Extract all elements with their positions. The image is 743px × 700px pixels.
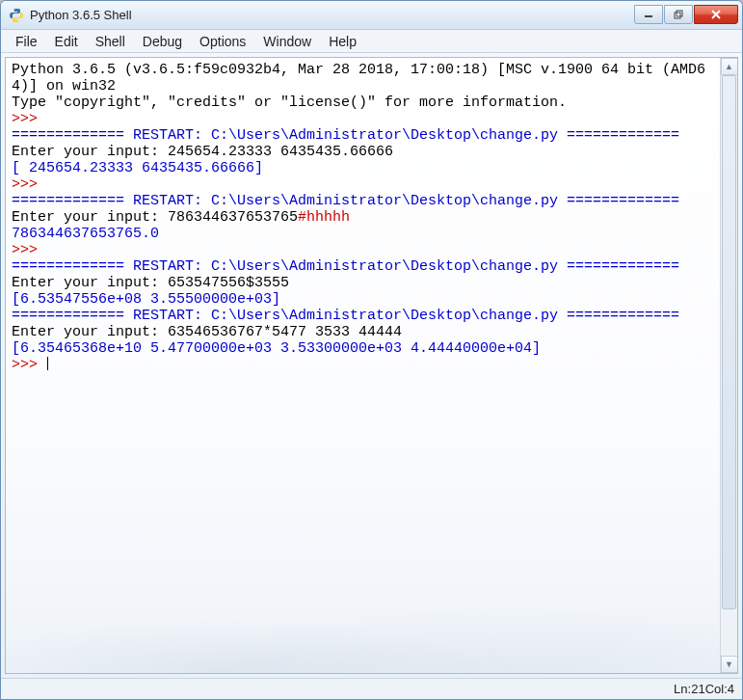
window-title: Python 3.6.5 Shell <box>30 8 132 22</box>
status-line-value: 21 <box>691 682 704 696</box>
console-line: ============= RESTART: C:\Users\Administ… <box>12 127 714 144</box>
console-line: Enter your input: 786344637653765#hhhhh <box>12 209 714 226</box>
console-segment: Enter your input: 786344637653765 <box>12 209 298 226</box>
statusbar: Ln: 21 Col: 4 <box>1 678 742 699</box>
console-segment: [ 245654.23333 6435435.66666] <box>12 160 263 176</box>
console-segment: Type "copyright", "credits" or "license(… <box>12 94 567 111</box>
editor-viewport: Python 3.6.5 (v3.6.5:f59c0932b4, Mar 28 … <box>6 58 720 673</box>
menu-debug[interactable]: Debug <box>134 32 191 51</box>
console-segment: 786344637653765.0 <box>12 226 159 242</box>
console-segment: ============= RESTART: C:\Users\Administ… <box>12 193 679 209</box>
minimize-button[interactable] <box>634 5 663 24</box>
app-window: Python 3.6.5 Shell File Edit Shell <box>0 0 743 700</box>
menu-shell[interactable]: Shell <box>87 32 134 51</box>
status-col-value: 4 <box>728 682 734 696</box>
console-line: Type "copyright", "credits" or "license(… <box>12 94 714 111</box>
text-cursor <box>47 357 48 370</box>
console-segment: ============= RESTART: C:\Users\Administ… <box>12 258 679 275</box>
console-line: >>> <box>12 176 714 193</box>
console-segment: 4)] on win32 <box>12 78 116 94</box>
console-segment: Enter your input: 653547556$3555 <box>12 275 289 291</box>
menu-file[interactable]: File <box>7 32 46 51</box>
maximize-button[interactable] <box>664 5 693 24</box>
menubar: File Edit Shell Debug Options Window Hel… <box>1 30 742 53</box>
console-segment: Python 3.6.5 (v3.6.5:f59c0932b4, Mar 28 … <box>12 62 705 78</box>
console-segment: [6.53547556e+08 3.55500000e+03] <box>12 291 280 308</box>
console-segment: Enter your input: 245654.23333 6435435.6… <box>12 144 393 160</box>
console-line: ============= RESTART: C:\Users\Administ… <box>12 258 714 275</box>
shell-output[interactable]: Python 3.6.5 (v3.6.5:f59c0932b4, Mar 28 … <box>6 58 720 673</box>
console-line: >>> <box>12 242 714 258</box>
console-line: Enter your input: 653547556$3555 <box>12 275 714 291</box>
svg-point-0 <box>13 10 14 11</box>
console-line: [6.35465368e+10 5.47700000e+03 3.5330000… <box>12 340 714 357</box>
status-col-label: Col: <box>705 682 728 696</box>
scroll-down-icon: ▼ <box>725 660 733 669</box>
window-controls <box>633 5 738 26</box>
console-line: ============= RESTART: C:\Users\Administ… <box>12 308 714 324</box>
menu-options[interactable]: Options <box>191 32 254 51</box>
scroll-up-button[interactable]: ▲ <box>721 58 738 75</box>
console-line: ============= RESTART: C:\Users\Administ… <box>12 193 714 209</box>
close-button[interactable] <box>694 5 738 24</box>
console-segment: [6.35465368e+10 5.47700000e+03 3.5330000… <box>12 340 541 357</box>
console-segment: ============= RESTART: C:\Users\Administ… <box>12 308 679 324</box>
console-segment: >>> <box>12 357 46 373</box>
menu-help[interactable]: Help <box>320 32 365 51</box>
console-segment: #hhhhh <box>298 209 350 226</box>
scroll-track[interactable] <box>721 75 738 656</box>
scroll-thumb[interactable] <box>722 75 736 609</box>
console-line: Enter your input: 245654.23333 6435435.6… <box>12 144 714 160</box>
console-line: 4)] on win32 <box>12 78 714 94</box>
console-line: Python 3.6.5 (v3.6.5:f59c0932b4, Mar 28 … <box>12 62 714 78</box>
menu-window[interactable]: Window <box>254 32 320 51</box>
console-segment: >>> <box>12 176 46 193</box>
titlebar[interactable]: Python 3.6.5 Shell <box>1 1 742 30</box>
content-area: Python 3.6.5 (v3.6.5:f59c0932b4, Mar 28 … <box>5 57 738 674</box>
python-icon <box>9 8 24 23</box>
console-segment: Enter your input: 63546536767*5477 3533 … <box>12 324 402 340</box>
console-line: Enter your input: 63546536767*5477 3533 … <box>12 324 714 340</box>
scroll-up-icon: ▲ <box>725 62 733 71</box>
console-line: [ 245654.23333 6435435.66666] <box>12 160 714 176</box>
console-segment: >>> <box>12 111 46 127</box>
console-line: >>> <box>12 357 714 373</box>
svg-point-1 <box>18 19 19 20</box>
console-segment: >>> <box>12 242 46 258</box>
console-line: [6.53547556e+08 3.55500000e+03] <box>12 291 714 308</box>
console-segment: ============= RESTART: C:\Users\Administ… <box>12 127 679 144</box>
vertical-scrollbar[interactable]: ▲ ▼ <box>720 58 737 673</box>
scroll-down-button[interactable]: ▼ <box>721 656 738 673</box>
console-line: 786344637653765.0 <box>12 226 714 242</box>
svg-rect-3 <box>675 13 680 18</box>
status-line-label: Ln: <box>674 682 691 696</box>
console-line: >>> <box>12 111 714 127</box>
menu-edit[interactable]: Edit <box>46 32 87 51</box>
